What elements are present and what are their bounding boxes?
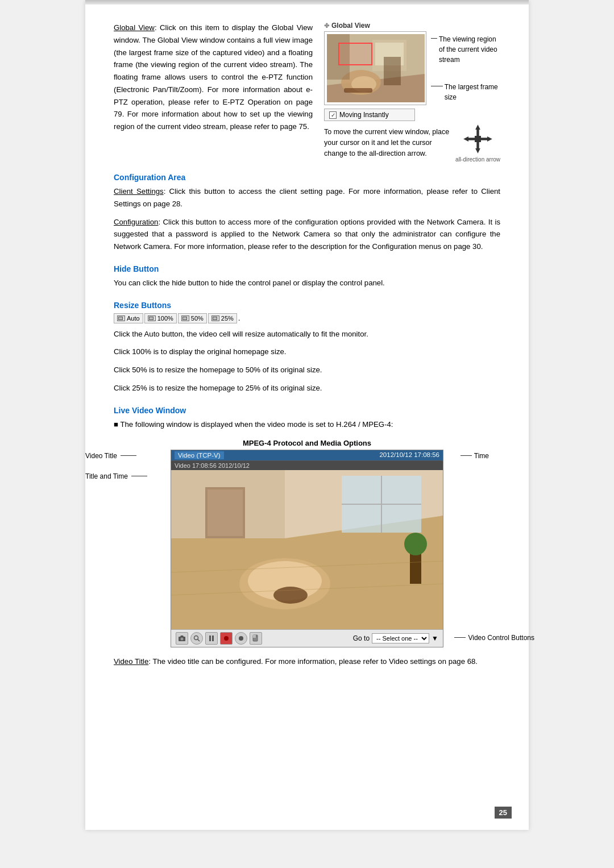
ctrl-label-text: Video Control Buttons [468,634,534,642]
configuration-area-heading: Configuration Area [114,173,500,182]
annotation-text-1: The viewing region of the current video … [439,34,500,65]
svg-marker-11 [475,148,480,153]
video-window-container: MPEG-4 Protocol and Media Options Video … [114,439,500,647]
resize-50-label: 50% [191,315,204,322]
title-time-arrow-line [131,476,147,476]
video-frame-outer: Video Title Title and Time Time [171,450,443,647]
global-view-icon: ✤ [324,22,329,30]
resize-auto-icon [117,315,125,321]
resize-50-button[interactable]: 50% [178,313,207,323]
top-bar [85,0,529,5]
video-room-svg [171,470,443,629]
global-view-label-text: Global View [331,22,370,30]
configuration-term: Configuration [114,218,158,226]
svg-line-38 [198,639,200,641]
move-text-area: To move the current view window, place y… [324,123,450,159]
global-view-label-bar: ✤ Global View [324,22,426,30]
resize-100-button[interactable]: 100% [144,313,177,323]
video-control-buttons-label: Video Control Buttons [454,634,534,642]
video-title-label-row: Video Title [85,452,147,460]
moving-instantly-box: ✓ Moving Instantly [324,109,415,121]
moving-instantly-label: Moving Instantly [339,111,389,119]
resize-colon: . [238,314,240,322]
resize-100-icon [148,315,156,321]
annotation-frame-size: The largest frame size [431,82,500,102]
ctrl-pause-button[interactable] [205,632,218,645]
client-settings-text: Client Settings: Click this button to ac… [114,185,500,210]
svg-rect-40 [212,636,214,641]
camera-icon [178,635,186,642]
resize-100-label: 100% [157,315,173,322]
annotation-viewing-region: The viewing region of the current video … [431,34,500,65]
camera-preview [327,34,425,102]
annotation-line-1 [431,38,437,39]
svg-rect-39 [209,636,211,641]
title-time-label-row: Title and Time [85,472,147,480]
video-content [171,470,443,629]
video-title-arrow-line [121,455,136,456]
svg-point-42 [239,636,243,641]
move-description: To move the current view window, place y… [324,127,450,159]
ctrl-camera-button[interactable] [176,632,188,645]
all-direction-arrow-svg [462,123,493,155]
dropdown-icon: ▼ [432,634,438,642]
goto-section: Go to -- Select one -- ▼ [353,633,438,643]
video-title-bar-left: Video (TCP-V) [175,451,224,459]
video-title-term: Video Title [114,657,148,666]
video-title-label-text: Video Title [85,452,117,460]
resize-auto-button[interactable]: Auto [114,313,143,323]
live-video-heading: Live Video Window [114,406,500,415]
video-titlebar: Video (TCP-V) 2012/10/12 17:08:56 [171,450,443,461]
ctrl-record-button[interactable] [220,632,233,645]
client-settings-term: Client Settings [114,187,164,196]
resize-buttons-row: Auto 100% 50% 25% . [114,313,500,323]
resize-buttons-heading: Resize Buttons [114,301,500,310]
goto-label: Go to [353,634,370,642]
pause-icon [209,635,214,642]
video-title-description: Video Title: The video title can be conf… [114,655,500,668]
file-icon [252,634,259,642]
global-view-right: ✤ Global View [324,22,500,163]
resize-buttons-section: Resize Buttons Auto 100% 50% 25% . Click… [114,301,500,394]
ctrl-zoom-button[interactable] [190,632,203,645]
resize-25-button[interactable]: 25% [208,313,237,323]
video-frame: Video (TCP-V) 2012/10/12 17:08:56 Video … [171,450,443,647]
ctrl-label-line [454,637,466,638]
moving-instantly-checkbox[interactable]: ✓ [329,111,337,119]
move-description-row: To move the current view window, place y… [324,123,500,163]
time-arrow-line [460,455,472,456]
svg-point-29 [273,587,308,604]
svg-marker-36 [180,636,184,637]
resize-desc-3: Click 50% is to resize the homepage to 5… [114,364,500,376]
resize-desc-4: Click 25% is to resize the homepage to 2… [114,382,500,394]
resize-25-label: 25% [221,315,234,322]
svg-point-37 [194,636,198,639]
ctrl-dot-button[interactable] [235,632,247,645]
resize-25-icon [211,315,219,321]
page-number: 25 [495,807,512,819]
resize-auto-label: Auto [127,315,140,322]
goto-select[interactable]: -- Select one -- [372,633,429,643]
global-view-description: Global View: Click on this item to displ… [114,22,313,133]
ctrl-file-button[interactable] [250,632,262,645]
live-video-bullet: ■ [114,420,118,429]
video-content-inner [171,470,443,629]
global-view-image-column: ✤ Global View [324,22,426,121]
svg-rect-44 [253,635,256,638]
right-labels: Time [460,452,489,460]
video-controls: Go to -- Select one -- ▼ [171,629,443,647]
video-time-display: 2012/10/12 17:08:56 [379,451,439,459]
resize-50-icon [181,315,189,321]
time-label-text: Time [474,452,489,460]
dot-icon [238,636,244,641]
svg-point-35 [181,637,184,640]
page: Global View: Click on this item to displ… [85,0,529,830]
svg-rect-8 [384,57,401,85]
resize-desc-2: Click 100% is to display the original ho… [114,346,500,358]
svg-marker-13 [463,136,468,142]
live-video-section: Live Video Window ■ The following window… [114,406,500,668]
left-labels: Video Title Title and Time [85,452,147,480]
viewing-region-box [338,43,372,65]
hide-button-section: Hide Button You can click the hide butto… [114,264,500,289]
global-view-section: Global View: Click on this item to displ… [114,22,500,163]
